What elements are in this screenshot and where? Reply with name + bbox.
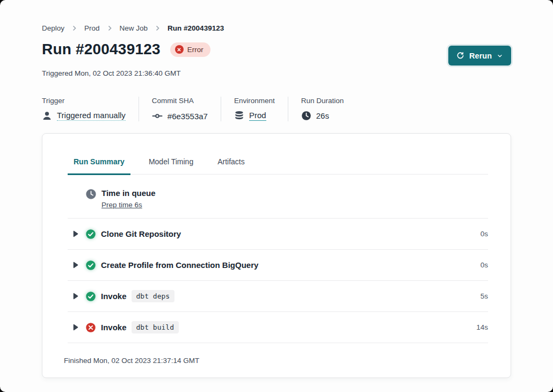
breadcrumb-deploy[interactable]: Deploy <box>42 24 64 32</box>
page-title: Run #200439123 <box>42 41 161 58</box>
tab-model-timing[interactable]: Model Timing <box>143 157 199 174</box>
environment-link[interactable]: Prod <box>249 111 266 121</box>
step-row-create-profile[interactable]: Create Profile from Connection BigQuery … <box>68 250 488 280</box>
rerun-button-label: Rerun <box>469 52 492 60</box>
step-duration: 0s <box>481 230 488 238</box>
error-circle-icon <box>175 45 184 54</box>
run-details-page: Deploy Prod New Job Run #200439123 Run #… <box>0 0 553 392</box>
queue-title: Time in queue <box>101 188 156 198</box>
clock-icon <box>301 111 311 121</box>
chevron-right-icon <box>155 25 160 31</box>
error-icon <box>85 322 96 333</box>
expand-caret-icon[interactable] <box>73 262 78 268</box>
triggered-timestamp: Triggered Mon, 02 Oct 2023 21:36:40 GMT <box>42 69 511 77</box>
step-title: Invoke <box>101 292 127 301</box>
meta-commit-label: Commit SHA <box>152 97 208 105</box>
success-icon <box>85 291 96 302</box>
meta-trigger: Trigger Triggered manually <box>42 97 126 121</box>
step-title: Invoke <box>101 323 127 332</box>
run-duration-value: 26s <box>316 111 329 120</box>
person-icon <box>42 111 52 121</box>
step-duration: 0s <box>481 261 488 269</box>
step-duration: 5s <box>481 292 488 300</box>
run-summary-card: Run Summary Model Timing Artifacts Time … <box>42 133 511 378</box>
meta-environment-label: Environment <box>234 97 275 105</box>
status-badge: Error <box>170 42 210 57</box>
chevron-down-icon[interactable] <box>497 53 503 59</box>
step-title: Create Profile from Connection BigQuery <box>101 260 258 270</box>
run-meta-row: Trigger Triggered manually Commit SHA #6… <box>42 97 511 121</box>
success-icon <box>85 260 96 271</box>
step-title: Clone Git Repository <box>101 229 181 238</box>
step-row-clone-git[interactable]: Clone Git Repository 0s <box>68 219 488 249</box>
clock-icon <box>85 188 97 200</box>
step-row-invoke-dbt-deps[interactable]: Invoke dbt deps 5s <box>68 281 488 311</box>
run-steps-list: Time in queue Prep time 6s Clone Git Rep… <box>68 175 488 343</box>
breadcrumb-new-job[interactable]: New Job <box>120 24 148 32</box>
commit-icon <box>152 111 163 121</box>
time-in-queue-row: Time in queue Prep time 6s <box>68 175 488 218</box>
trigger-value[interactable]: Triggered manually <box>57 111 126 121</box>
success-icon <box>85 229 96 239</box>
expand-caret-icon[interactable] <box>73 230 78 237</box>
prep-time-link[interactable]: Prep time 6s <box>101 201 142 209</box>
meta-duration-label: Run Duration <box>301 97 344 105</box>
tab-artifacts[interactable]: Artifacts <box>212 157 251 174</box>
meta-run-duration: Run Duration 26s <box>288 97 344 121</box>
tab-run-summary[interactable]: Run Summary <box>68 157 130 175</box>
command-chip: dbt deps <box>132 290 175 302</box>
step-duration: 14s <box>476 323 488 331</box>
command-chip: dbt build <box>132 321 179 333</box>
database-icon <box>234 111 244 121</box>
step-row-invoke-dbt-build[interactable]: Invoke dbt build 14s <box>68 312 488 343</box>
commit-sha-value: #6e3553a7 <box>168 112 208 121</box>
breadcrumb-run-current: Run #200439123 <box>168 24 224 32</box>
finished-timestamp: Finished Mon, 02 Oct 2023 21:37:14 GMT <box>42 343 511 365</box>
tab-bar: Run Summary Model Timing Artifacts <box>68 157 488 175</box>
expand-caret-icon[interactable] <box>73 293 78 300</box>
refresh-icon <box>456 52 464 60</box>
breadcrumb: Deploy Prod New Job Run #200439123 <box>42 24 511 32</box>
chevron-right-icon <box>72 25 77 31</box>
breadcrumb-prod[interactable]: Prod <box>84 24 100 32</box>
meta-commit-sha: Commit SHA #6e3553a7 <box>139 97 208 121</box>
status-badge-label: Error <box>187 46 203 54</box>
meta-environment: Environment Prod <box>221 97 275 121</box>
title-row: Run #200439123 Error Rerun <box>42 41 511 66</box>
rerun-button[interactable]: Rerun <box>448 46 511 66</box>
expand-caret-icon[interactable] <box>73 324 78 331</box>
chevron-right-icon <box>107 25 112 31</box>
meta-trigger-label: Trigger <box>42 97 126 105</box>
